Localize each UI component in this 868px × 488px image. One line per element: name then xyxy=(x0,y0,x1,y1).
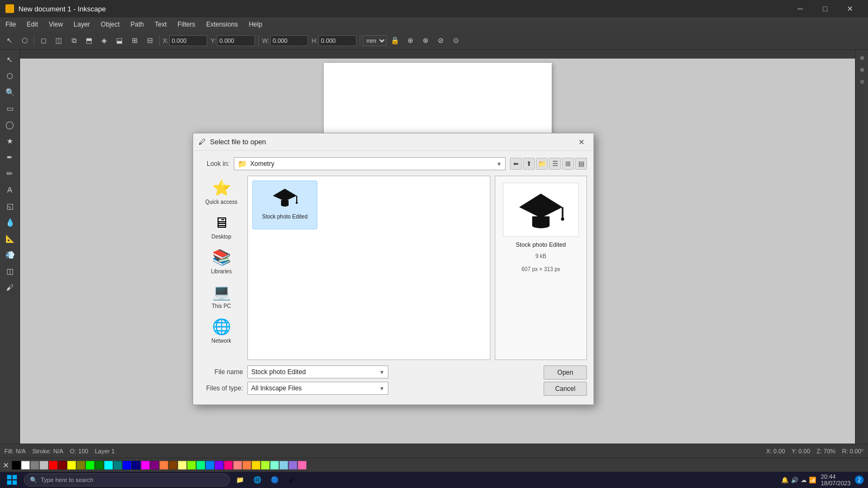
pen-tool[interactable]: ✒ xyxy=(2,150,17,165)
file-item-stock-photo[interactable]: Stock photo Edited xyxy=(252,181,317,229)
no-color-swatch[interactable]: ✕ xyxy=(0,459,12,471)
view-grid-btn[interactable]: ⊞ xyxy=(562,158,574,170)
menu-object[interactable]: Object xyxy=(95,18,125,30)
tb-icon-8[interactable]: ⊟ xyxy=(143,34,157,48)
color-swatch[interactable] xyxy=(206,461,214,470)
tb-icon-3[interactable]: ⧉ xyxy=(67,34,81,48)
node-tool[interactable]: ⬡ xyxy=(2,68,17,84)
open-button[interactable]: Open xyxy=(544,365,587,380)
nav-up-btn[interactable]: ⬆ xyxy=(523,158,535,170)
color-swatch[interactable] xyxy=(76,461,85,470)
close-button[interactable]: ✕ xyxy=(838,0,863,17)
tb-icon-4[interactable]: ⬒ xyxy=(82,34,96,48)
color-swatch[interactable] xyxy=(242,461,251,470)
tb-icon-6[interactable]: ⬓ xyxy=(112,34,126,48)
color-swatch[interactable] xyxy=(150,461,159,470)
star-tool[interactable]: ★ xyxy=(2,133,17,149)
node-tool-btn[interactable]: ⬡ xyxy=(17,34,31,48)
paint-tool[interactable]: 🖌 xyxy=(2,280,17,295)
x-input[interactable] xyxy=(169,35,207,46)
circle-tool[interactable]: ◯ xyxy=(2,117,17,132)
color-swatch[interactable] xyxy=(30,461,39,470)
unit-select[interactable]: mm px in xyxy=(362,35,387,46)
color-swatch[interactable] xyxy=(21,461,30,470)
menu-filters[interactable]: Filters xyxy=(172,18,201,30)
color-swatch[interactable] xyxy=(12,461,21,470)
color-swatch[interactable] xyxy=(104,461,113,470)
lock-proportions-btn[interactable]: 🔒 xyxy=(388,34,402,48)
minimize-button[interactable]: ─ xyxy=(788,0,813,17)
tb-extra-3[interactable]: ⊘ xyxy=(433,34,448,48)
color-swatch[interactable] xyxy=(298,461,307,470)
zoom-tool[interactable]: 🔍 xyxy=(2,85,17,100)
menu-edit[interactable]: Edit xyxy=(21,18,43,30)
taskbar-search[interactable]: 🔍 Type here to search xyxy=(24,473,230,486)
color-swatch[interactable] xyxy=(289,461,297,470)
rect-tool[interactable]: ▭ xyxy=(2,101,17,116)
eraser-tool[interactable]: ◫ xyxy=(2,264,17,279)
menu-path[interactable]: Path xyxy=(125,18,150,30)
menu-file[interactable]: File xyxy=(0,18,21,30)
tb-extra-4[interactable]: ⊙ xyxy=(449,34,463,48)
view-details-btn[interactable]: ▤ xyxy=(575,158,587,170)
nav-quick-access[interactable]: ⭐ Quick access xyxy=(202,176,241,208)
color-swatch[interactable] xyxy=(169,461,177,470)
nav-network[interactable]: 🌐 Network xyxy=(202,314,241,347)
tb-extra-1[interactable]: ⊕ xyxy=(403,34,417,48)
spray-tool[interactable]: 💨 xyxy=(2,247,17,262)
maximize-button[interactable]: □ xyxy=(813,0,838,17)
color-swatch[interactable] xyxy=(233,461,242,470)
cancel-button[interactable]: Cancel xyxy=(544,382,587,396)
gradient-tool[interactable]: ◱ xyxy=(2,198,17,214)
color-swatch[interactable] xyxy=(279,461,288,470)
taskbar-inkscape[interactable]: 🖊 xyxy=(284,472,299,487)
snap-btn-2[interactable]: ⊗ xyxy=(857,64,867,75)
color-swatch[interactable] xyxy=(178,461,187,470)
color-swatch[interactable] xyxy=(123,461,131,470)
menu-text[interactable]: Text xyxy=(149,18,172,30)
menu-layer[interactable]: Layer xyxy=(68,18,95,30)
color-swatch[interactable] xyxy=(270,461,279,470)
start-button[interactable] xyxy=(2,472,22,487)
color-swatch[interactable] xyxy=(159,461,168,470)
select-tool-btn[interactable]: ↖ xyxy=(2,34,16,48)
tb-icon-2[interactable]: ◫ xyxy=(52,34,66,48)
color-swatch[interactable] xyxy=(261,461,270,470)
pencil-tool[interactable]: ✏ xyxy=(2,166,17,181)
color-swatch[interactable] xyxy=(252,461,260,470)
snap-btn-1[interactable]: ⊕ xyxy=(857,52,867,63)
taskbar-explorer[interactable]: 📁 xyxy=(232,472,247,487)
taskbar-chrome[interactable]: 🔵 xyxy=(267,472,282,487)
text-tool[interactable]: A xyxy=(2,182,17,197)
color-swatch[interactable] xyxy=(196,461,205,470)
color-swatch[interactable] xyxy=(224,461,233,470)
tb-icon-1[interactable]: ◻ xyxy=(36,34,50,48)
h-input[interactable] xyxy=(318,35,356,46)
dropper-tool[interactable]: 💧 xyxy=(2,215,17,230)
tb-icon-7[interactable]: ⊞ xyxy=(127,34,142,48)
filename-combo[interactable]: Stock photo Edited ▼ xyxy=(247,365,388,378)
nav-this-pc[interactable]: 💻 This PC xyxy=(202,280,241,312)
taskbar-browser[interactable]: 🌐 xyxy=(250,472,265,487)
nav-libraries[interactable]: 📚 Libraries xyxy=(202,245,241,278)
nav-back-btn[interactable]: ⬅ xyxy=(510,158,522,170)
y-input[interactable] xyxy=(217,35,255,46)
measure-tool[interactable]: 📐 xyxy=(2,231,17,246)
color-swatch[interactable] xyxy=(187,461,196,470)
menu-help[interactable]: Help xyxy=(244,18,268,30)
tb-extra-2[interactable]: ⊗ xyxy=(418,34,432,48)
color-swatch[interactable] xyxy=(95,461,104,470)
color-swatch[interactable] xyxy=(67,461,76,470)
notification-badge[interactable]: 2 xyxy=(855,476,864,484)
color-swatch[interactable] xyxy=(132,461,141,470)
dialog-close-button[interactable]: ✕ xyxy=(575,136,588,149)
lookin-combo[interactable]: 📁 Xometry ▼ xyxy=(234,157,506,170)
menu-extensions[interactable]: Extensions xyxy=(201,18,244,30)
tb-icon-5[interactable]: ◈ xyxy=(97,34,111,48)
color-swatch[interactable] xyxy=(86,461,94,470)
nav-desktop[interactable]: 🖥 Desktop xyxy=(202,210,241,243)
filetype-combo[interactable]: All Inkscape Files ▼ xyxy=(247,382,388,395)
color-swatch[interactable] xyxy=(215,461,224,470)
color-swatch[interactable] xyxy=(113,461,122,470)
arrow-tool[interactable]: ↖ xyxy=(2,52,17,67)
